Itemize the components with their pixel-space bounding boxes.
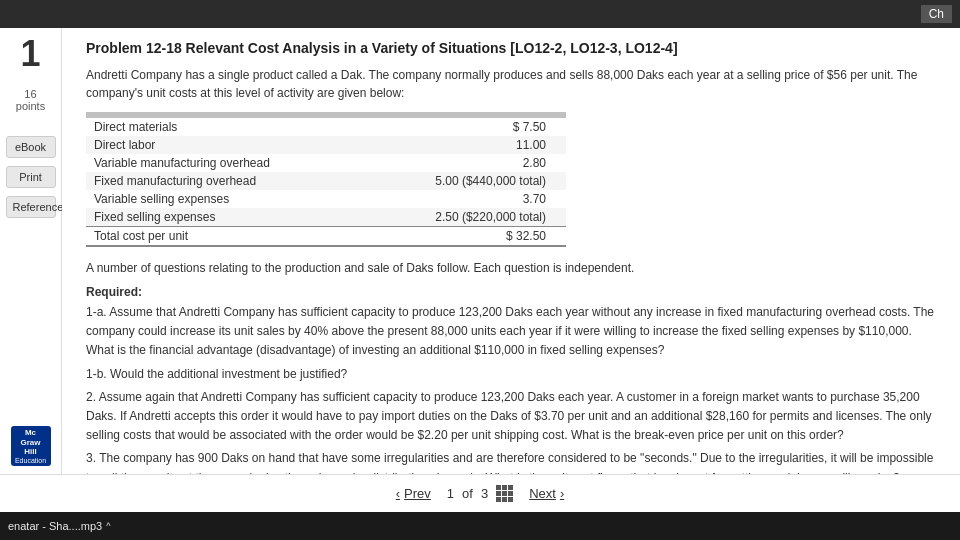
prev-button[interactable]: ‹ Prev	[396, 486, 431, 501]
row-label: Variable selling expenses	[86, 190, 365, 208]
taskbar: enatar - Sha....mp3 ^	[0, 512, 960, 540]
grid-icon[interactable]	[496, 485, 513, 502]
table-row: Direct labor 11.00	[86, 136, 566, 154]
sidebar: 1 16 points eBook Print References Mc Gr…	[0, 28, 62, 474]
next-label: Next	[529, 486, 556, 501]
row-label: Fixed selling expenses	[86, 208, 365, 227]
logo-sub: Education	[15, 457, 46, 464]
taskbar-item[interactable]: enatar - Sha....mp3 ^	[8, 520, 110, 532]
required-label: Required:	[86, 285, 936, 299]
mcgraw-hill-logo: Mc Graw Hill Education	[11, 426, 51, 466]
print-button[interactable]: Print	[6, 166, 56, 188]
table-row: Fixed manufacturing overhead 5.00 ($440,…	[86, 172, 566, 190]
total-amount: $ 32.50	[365, 227, 566, 247]
table-row: Fixed selling expenses 2.50 ($220,000 to…	[86, 208, 566, 227]
row-amount: $ 7.50	[365, 118, 566, 136]
intro-text: Andretti Company has a single product ca…	[86, 66, 936, 102]
logo-line1: Mc	[25, 428, 36, 438]
problem-title: Problem 12-18 Relevant Cost Analysis in …	[86, 40, 936, 56]
table-row: Variable manufacturing overhead 2.80	[86, 154, 566, 172]
content-area: Problem 12-18 Relevant Cost Analysis in …	[62, 28, 960, 474]
chevron-up-icon: ^	[106, 521, 110, 531]
page-number: 1	[20, 36, 40, 72]
prev-label: Prev	[404, 486, 431, 501]
row-label: Variable manufacturing overhead	[86, 154, 365, 172]
page-info: 1 of 3	[447, 485, 513, 502]
total-label: Total cost per unit	[86, 227, 365, 247]
row-amount: 5.00 ($440,000 total)	[365, 172, 566, 190]
table-total-row: Total cost per unit $ 32.50	[86, 227, 566, 247]
bottom-navigation: ‹ Prev 1 of 3 Next ›	[0, 474, 960, 512]
row-amount: 2.50 ($220,000 total)	[365, 208, 566, 227]
taskbar-item-label: enatar - Sha....mp3	[8, 520, 102, 532]
of-label: of	[462, 486, 473, 501]
top-bar-label: Ch	[921, 5, 952, 23]
row-amount: 11.00	[365, 136, 566, 154]
row-amount: 3.70	[365, 190, 566, 208]
table-row: Direct materials $ 7.50	[86, 118, 566, 136]
row-label: Fixed manufacturing overhead	[86, 172, 365, 190]
next-button[interactable]: Next ›	[529, 486, 564, 501]
references-button[interactable]: References	[6, 196, 56, 218]
row-label: Direct materials	[86, 118, 365, 136]
top-bar: Ch	[0, 0, 960, 28]
chevron-left-icon: ‹	[396, 486, 400, 501]
ebook-button[interactable]: eBook	[6, 136, 56, 158]
main-wrapper: 1 16 points eBook Print References Mc Gr…	[0, 28, 960, 474]
logo-line2: Graw	[20, 438, 40, 448]
cost-table: Direct materials $ 7.50 Direct labor 11.…	[86, 112, 566, 247]
row-label: Direct labor	[86, 136, 365, 154]
logo-line3: Hill	[24, 447, 36, 457]
points-label: 16 points	[16, 88, 45, 112]
total-pages: 3	[481, 486, 488, 501]
table-row: Variable selling expenses 3.70	[86, 190, 566, 208]
questions-text: 1-a. Assume that Andretti Company has su…	[86, 303, 936, 474]
questions-intro: A number of questions relating to the pr…	[86, 259, 936, 277]
row-amount: 2.80	[365, 154, 566, 172]
current-page: 1	[447, 486, 454, 501]
chevron-right-icon: ›	[560, 486, 564, 501]
